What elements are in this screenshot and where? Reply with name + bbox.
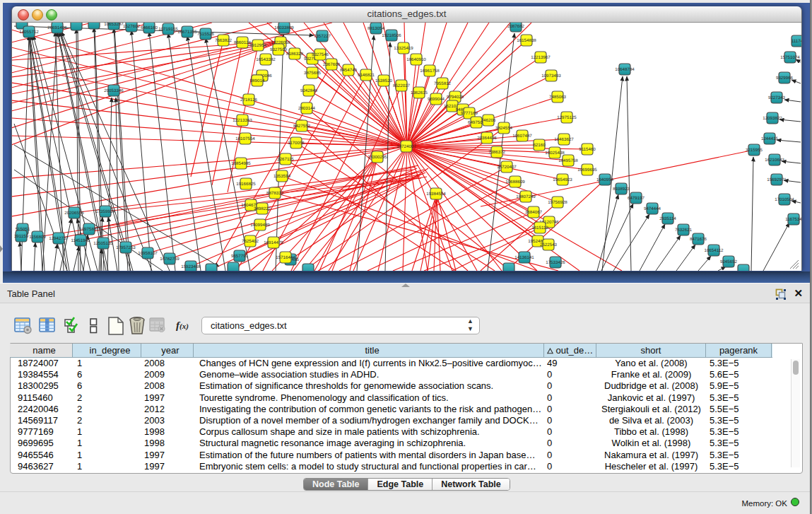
svg-text:2803144: 2803144: [298, 106, 316, 111]
svg-text:7663822: 7663822: [215, 38, 233, 43]
svg-text:3875685: 3875685: [304, 71, 322, 76]
svg-text:10958107: 10958107: [138, 251, 158, 256]
svg-text:8522037: 8522037: [393, 83, 411, 88]
svg-text:19654923: 19654923: [553, 177, 572, 182]
svg-text:10653287: 10653287: [104, 23, 124, 27]
svg-text:1640954: 1640954: [596, 177, 614, 182]
svg-text:16033809: 16033809: [274, 25, 294, 30]
svg-text:9794028: 9794028: [447, 95, 464, 100]
svg-text:16107554: 16107554: [235, 136, 255, 141]
svg-text:19166825: 19166825: [236, 182, 256, 187]
svg-text:16154838: 16154838: [517, 38, 536, 43]
svg-text:391159: 391159: [14, 234, 29, 239]
svg-text:10648784: 10648784: [615, 67, 635, 72]
svg-text:7386372: 7386372: [488, 150, 506, 155]
svg-text:14136141: 14136141: [514, 255, 534, 260]
svg-text:9327509: 9327509: [270, 47, 288, 52]
svg-text:20691406: 20691406: [47, 25, 67, 30]
svg-text:16961758: 16961758: [420, 69, 440, 74]
svg-text:9242848: 9242848: [300, 88, 318, 93]
svg-text:19463627: 19463627: [554, 137, 574, 142]
svg-text:7955812: 7955812: [434, 81, 452, 86]
svg-text:15720407: 15720407: [497, 165, 517, 170]
svg-text:13325419: 13325419: [394, 46, 413, 51]
svg-text:10688609: 10688609: [505, 180, 525, 185]
svg-text:16782759: 16782759: [160, 257, 180, 262]
svg-text:18495758: 18495758: [558, 158, 578, 163]
svg-text:1167534: 1167534: [785, 217, 801, 222]
svg-text:9474444: 9474444: [644, 206, 661, 211]
svg-text:1615112: 1615112: [531, 226, 548, 230]
svg-text:3498222: 3498222: [254, 206, 271, 211]
svg-text:16854985: 16854985: [231, 161, 251, 166]
svg-text:7357227: 7357227: [314, 34, 331, 39]
svg-text:20364436: 20364436: [477, 136, 497, 141]
svg-text:2087682: 2087682: [507, 24, 525, 29]
svg-text:18724007: 18724007: [396, 144, 416, 149]
svg-text:1362615: 1362615: [411, 90, 428, 95]
svg-text:16210643: 16210643: [765, 158, 784, 163]
svg-text:7632621: 7632621: [675, 228, 693, 233]
svg-text:15751074: 15751074: [780, 55, 800, 60]
svg-text:6466160: 6466160: [141, 25, 158, 30]
svg-text:16543382: 16543382: [256, 57, 276, 62]
svg-text:15692971: 15692971: [767, 177, 787, 182]
svg-text:9146821: 9146821: [358, 73, 375, 78]
svg-text:19218506: 19218506: [382, 33, 401, 38]
svg-text:11174: 11174: [792, 39, 801, 44]
svg-text:16914479: 16914479: [264, 240, 283, 245]
svg-text:8186328: 8186328: [286, 52, 304, 57]
svg-text:8660124: 8660124: [234, 40, 252, 45]
svg-text:2522543: 2522543: [540, 243, 558, 247]
svg-text:11451945: 11451945: [71, 238, 90, 243]
svg-text:9327546: 9327546: [312, 52, 329, 57]
svg-text:14099489: 14099489: [250, 223, 270, 228]
svg-text:1244415: 1244415: [761, 136, 779, 141]
svg-text:9699044: 9699044: [428, 97, 445, 102]
svg-text:8878332: 8878332: [266, 191, 284, 196]
svg-text:10719155: 10719155: [158, 27, 178, 32]
svg-text:8454749: 8454749: [340, 68, 358, 73]
svg-text:19756928: 19756928: [548, 200, 567, 205]
svg-text:9245652: 9245652: [720, 259, 738, 264]
svg-text:8427552: 8427552: [293, 124, 311, 129]
svg-text:1170056: 1170056: [288, 141, 305, 146]
svg-text:7485063: 7485063: [549, 95, 567, 100]
svg-text:62160: 62160: [533, 143, 546, 148]
svg-text:12942737: 12942737: [49, 236, 69, 241]
svg-text:9329966: 9329966: [776, 76, 794, 81]
svg-text:17010504: 17010504: [775, 197, 794, 202]
svg-text:9227343: 9227343: [768, 95, 786, 100]
svg-text:746206: 746206: [481, 118, 496, 123]
svg-text:3824554: 3824554: [495, 126, 513, 131]
svg-text:10699695: 10699695: [577, 168, 597, 173]
svg-text:18807249: 18807249: [516, 194, 536, 199]
svg-text:12975125: 12975125: [557, 115, 577, 120]
svg-text:8813054: 8813054: [367, 26, 385, 31]
svg-text:17533426: 17533426: [546, 260, 565, 265]
svg-text:1527602: 1527602: [123, 24, 141, 29]
svg-text:18640910: 18640910: [406, 57, 426, 62]
svg-text:10975887: 10975887: [79, 227, 99, 232]
svg-text:16671355: 16671355: [177, 30, 197, 35]
svg-text:2367608: 2367608: [323, 62, 341, 67]
svg-text:9115460: 9115460: [579, 147, 596, 152]
svg-text:9657791: 9657791: [231, 254, 249, 259]
svg-text:1353594: 1353594: [273, 174, 291, 179]
svg-text:17359924: 17359924: [95, 209, 115, 214]
svg-text:12213363: 12213363: [233, 118, 252, 123]
svg-text:14055712: 14055712: [19, 30, 39, 35]
svg-text:3684067: 3684067: [525, 210, 543, 215]
svg-text:1156809: 1156809: [29, 235, 46, 240]
svg-text:12093822: 12093822: [763, 116, 782, 121]
svg-text:f(x): f(x): [176, 320, 189, 331]
svg-text:15716444: 15716444: [276, 255, 295, 260]
svg-text:3215955: 3215955: [746, 148, 763, 153]
svg-text:10973493: 10973493: [541, 74, 561, 78]
svg-text:15923468: 15923468: [181, 264, 201, 269]
svg-text:18300295: 18300295: [367, 155, 387, 160]
svg-text:20206556: 20206556: [64, 211, 84, 216]
svg-text:2935114: 2935114: [659, 216, 676, 221]
svg-text:6479197: 6479197: [628, 196, 645, 201]
svg-text:12213967: 12213967: [531, 55, 551, 60]
